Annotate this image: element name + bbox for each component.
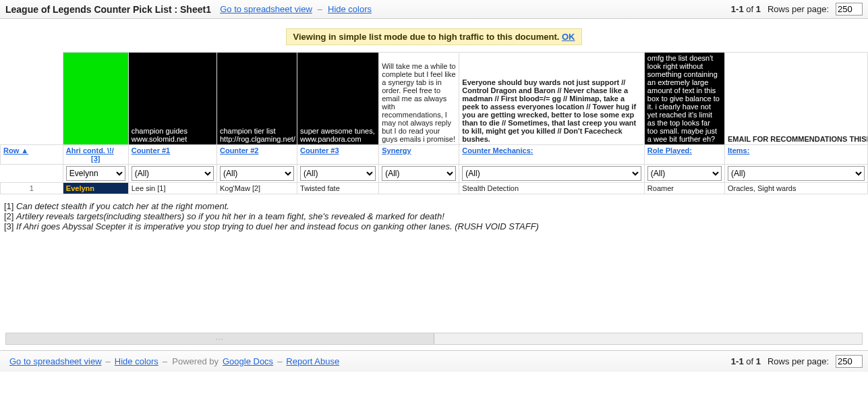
data-table: champion guides www.solomid.net champion… bbox=[0, 52, 868, 194]
filter-items[interactable]: (All) bbox=[728, 166, 865, 181]
guides-cell: champion guides www.solomid.net bbox=[128, 53, 216, 145]
synergy-cell bbox=[379, 183, 459, 194]
traffic-notice: Viewing in simple list mode due to high … bbox=[286, 28, 583, 45]
synergy-note-cell: Will take me a while to complete but I f… bbox=[379, 53, 459, 145]
rows-per-page-input[interactable] bbox=[836, 3, 863, 16]
counter1-cell: Lee sin [1] bbox=[128, 183, 216, 194]
counter3-cell: Twisted fate bbox=[297, 183, 379, 194]
mechanics-header[interactable]: Counter Mechanics: bbox=[459, 145, 645, 165]
email-note-cell: EMAIL FOR RECOMMENDATIONS THISISMY bbox=[724, 53, 867, 145]
row-number: 1 bbox=[1, 183, 63, 194]
google-docs-link[interactable]: Google Docs bbox=[223, 356, 273, 366]
footer-spreadsheet-link[interactable]: Go to spreadsheet view bbox=[9, 356, 102, 366]
mechanics-note-cell: Everyone should buy wards not just suppo… bbox=[459, 53, 645, 145]
filter-counter2[interactable]: (All) bbox=[220, 166, 294, 181]
footer-hidecolors-link[interactable]: Hide colors bbox=[115, 356, 158, 366]
top-bar: League of Legends Counter Pick List : Sh… bbox=[0, 0, 868, 19]
role-header[interactable]: Role Played: bbox=[644, 145, 724, 165]
report-abuse-link[interactable]: Report Abuse bbox=[286, 356, 339, 366]
ahri-ref-link[interactable]: [3] bbox=[91, 155, 100, 163]
page-info: 1-1 of 1 bbox=[731, 4, 761, 14]
footnotes: [1] Can detect stealth if you catch her … bbox=[0, 194, 868, 238]
info-row: champion guides www.solomid.net champion… bbox=[1, 53, 868, 145]
notice-ok-link[interactable]: OK bbox=[562, 32, 575, 42]
filter-champion[interactable]: Evelynn bbox=[66, 166, 125, 181]
hide-colors-link[interactable]: Hide colors bbox=[328, 4, 372, 14]
filter-mechanics[interactable]: (All) bbox=[462, 166, 641, 181]
doc-title: League of Legends Counter Pick List : Sh… bbox=[5, 4, 211, 15]
filter-role[interactable]: (All) bbox=[647, 166, 722, 181]
filter-counter3[interactable]: (All) bbox=[300, 166, 376, 181]
role-note-cell: omfg the list doesn't look right without… bbox=[644, 53, 724, 145]
footer-rpp-label: Rows per page: bbox=[768, 356, 829, 366]
champion-cell: Evelynn bbox=[63, 183, 128, 194]
filter-row: Evelynn (All) (All) (All) (All) (All) (A… bbox=[1, 165, 868, 183]
header-row: Row ▲ Ahri contd. \!/[3] Counter #1 Coun… bbox=[1, 145, 868, 165]
green-cell bbox=[63, 53, 128, 145]
items-cell: Oracles, Sight wards bbox=[724, 183, 867, 194]
row-header[interactable]: Row ▲ bbox=[1, 145, 63, 165]
table-row: 1 Evelynn Lee sin [1] Kog'Maw [2] Twiste… bbox=[1, 183, 868, 194]
powered-by: Powered by bbox=[167, 356, 219, 366]
footer-rpp-input[interactable] bbox=[836, 355, 863, 368]
dash: – bbox=[318, 4, 322, 14]
tier-cell: champion tier list http://rog.clgaming.n… bbox=[216, 53, 297, 145]
champion-header[interactable]: Ahri contd. \!/[3] bbox=[63, 145, 128, 165]
rows-per-page-label: Rows per page: bbox=[768, 4, 829, 14]
role-cell: Roamer bbox=[644, 183, 724, 194]
footer-page-info: 1-1 of 1 bbox=[731, 356, 761, 366]
spreadsheet-view-link[interactable]: Go to spreadsheet view bbox=[220, 4, 312, 14]
counter2-cell: Kog'Maw [2] bbox=[216, 183, 297, 194]
filter-synergy[interactable]: (All) bbox=[382, 166, 456, 181]
mechanics-cell: Stealth Detection bbox=[459, 183, 645, 194]
counter1-header[interactable]: Counter #1 bbox=[128, 145, 216, 165]
tunes-cell: super awesome tunes, www.pandora.com bbox=[297, 53, 379, 145]
synergy-header[interactable]: Synergy bbox=[379, 145, 459, 165]
filter-counter1[interactable]: (All) bbox=[132, 166, 214, 181]
counter3-header[interactable]: Counter #3 bbox=[297, 145, 379, 165]
horizontal-scrollbar[interactable]: ∙∙∙ bbox=[5, 333, 863, 345]
items-header[interactable]: Items: bbox=[724, 145, 867, 165]
bottom-bar: Go to spreadsheet view – Hide colors – P… bbox=[0, 350, 868, 372]
counter2-header[interactable]: Counter #2 bbox=[216, 145, 297, 165]
